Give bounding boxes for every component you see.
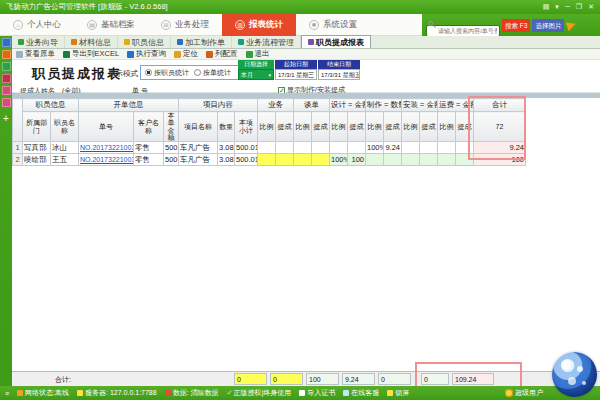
exit-button[interactable]: 退出	[246, 49, 270, 59]
skin-icon[interactable]: ▤	[543, 0, 550, 14]
status-label: 网络状态:离线	[25, 388, 69, 398]
cell-commission[interactable]	[276, 142, 294, 154]
nav-item-personal[interactable]: ⌂ 个人中心	[0, 14, 74, 36]
col-commission[interactable]: 提成	[276, 112, 294, 142]
end-date-dropdown[interactable]: 17/3/31 星期五▾	[318, 69, 360, 80]
tab-workflow[interactable]: 业务流程管理	[232, 36, 301, 48]
select-image-button[interactable]: 选择图片	[532, 19, 564, 32]
cell-commission[interactable]	[348, 142, 366, 154]
import-cert[interactable]: 导入证书	[299, 388, 335, 398]
cell-commission[interactable]	[384, 154, 402, 166]
tab-employee-info[interactable]: 职员信息	[118, 36, 171, 48]
cell-ratio[interactable]	[294, 154, 312, 166]
nav-item-settings[interactable]: ✱ 系统设置	[296, 14, 370, 36]
online-support[interactable]: 在线客服	[343, 388, 379, 398]
gear-icon: ✱	[309, 20, 319, 30]
col-order[interactable]: 单号	[79, 112, 134, 142]
cell-commission[interactable]: 9.24	[384, 142, 402, 154]
tab-production-order[interactable]: 加工制作单	[171, 36, 232, 48]
col-amount[interactable]: 本单金额	[164, 112, 179, 142]
order-number-link[interactable]: NO.201732210032	[80, 156, 134, 163]
col-ratio[interactable]: 比例	[438, 112, 456, 142]
search-button[interactable]: 搜索 F3	[502, 19, 530, 32]
quick-tab-5-icon[interactable]	[2, 86, 11, 95]
cell-ratio[interactable]: 100%	[366, 142, 384, 154]
cell-commission[interactable]	[276, 154, 294, 166]
quick-tab-3-icon[interactable]	[2, 62, 11, 71]
col-ratio[interactable]: 比例	[330, 112, 348, 142]
quick-tab-2-icon[interactable]	[2, 50, 11, 59]
data-clear[interactable]: 数据: 清除数据	[165, 388, 219, 398]
cell-total: 100	[474, 154, 526, 166]
tab-business-wizard[interactable]: 业务向导	[12, 36, 65, 48]
cell-ratio[interactable]	[438, 142, 456, 154]
cell-ratio[interactable]	[402, 154, 420, 166]
col-ratio[interactable]: 比例	[366, 112, 384, 142]
server-status: 服务器: 127.0.0.1:7788	[77, 388, 157, 398]
tab-commission-report[interactable]: 职员提成报表	[301, 35, 371, 48]
cell-ratio[interactable]: 100%	[330, 154, 348, 166]
col-ratio[interactable]: 比例	[258, 112, 276, 142]
quick-tab-4-icon[interactable]	[2, 74, 11, 83]
cell-commission[interactable]	[456, 142, 474, 154]
col-customer[interactable]: 客户名称	[134, 112, 164, 142]
cell-ratio[interactable]	[258, 142, 276, 154]
summary-freight: 0	[421, 373, 449, 385]
workflow-icon	[238, 39, 244, 45]
close-button[interactable]: ✕	[588, 0, 594, 14]
add-quick-tab-button[interactable]: +	[3, 114, 9, 124]
column-config-button[interactable]: 列配置	[206, 49, 238, 59]
lock-screen[interactable]: 锁屏	[387, 388, 409, 398]
cell-ratio[interactable]	[294, 142, 312, 154]
col-commission[interactable]: 提成	[348, 112, 366, 142]
cell-commission[interactable]	[312, 142, 330, 154]
minimize-button[interactable]: ─	[565, 0, 570, 14]
locate-button[interactable]: 定位	[174, 49, 198, 59]
nav-item-business[interactable]: ⊞ 业务处理	[148, 14, 222, 36]
quick-tab-1-icon[interactable]	[2, 38, 11, 47]
cell-commission[interactable]	[420, 154, 438, 166]
col-commission[interactable]: 提成	[312, 112, 330, 142]
col-ratio[interactable]: 比例	[294, 112, 312, 142]
col-ratio[interactable]: 比例	[402, 112, 420, 142]
order-number-link[interactable]: NO.201732210032	[80, 144, 134, 151]
table-row[interactable]: 1 写真部 冰山 NO.201732210032 零售 500.01 车凡广告 …	[13, 142, 526, 154]
mascot-icon	[566, 19, 577, 30]
start-date-dropdown[interactable]: 17/3/1 星期三▾	[275, 69, 317, 80]
start-date-value: 17/3/1 星期三	[278, 72, 314, 78]
chevron-down-icon[interactable]: ▾	[555, 0, 559, 14]
nav-item-reports[interactable]: ▥ 报表统计	[222, 14, 296, 36]
status-menu-icon[interactable]: ≡	[5, 390, 9, 397]
group-business: 业务	[258, 99, 294, 112]
cell-ratio[interactable]	[402, 142, 420, 154]
cell-commission[interactable]	[312, 154, 330, 166]
col-commission[interactable]: 提成	[420, 112, 438, 142]
export-excel-button[interactable]: 导出到EXCEL	[63, 49, 119, 59]
run-query-button[interactable]: 执行查询	[127, 49, 166, 59]
col-subtotal[interactable]: 本项小计	[235, 112, 258, 142]
quick-tab-6-icon[interactable]	[2, 98, 11, 107]
toolbar-label: 定位	[183, 49, 198, 59]
col-project[interactable]: 项目名称	[179, 112, 218, 142]
date-range-dropdown[interactable]: 本月▾	[238, 69, 274, 80]
table-row[interactable]: 2 喷绘部 王五 NO.201732210032 零售 500.01 车凡广告 …	[13, 154, 526, 166]
view-original-button[interactable]: 查看原单	[16, 49, 55, 59]
cell-ratio[interactable]	[258, 154, 276, 166]
maximize-button[interactable]: ❐	[576, 0, 582, 14]
col-name[interactable]: 职员名称	[51, 112, 79, 142]
col-qty[interactable]: 数量	[218, 112, 235, 142]
exit-icon	[246, 51, 253, 58]
cell-ratio[interactable]	[330, 142, 348, 154]
nav-item-archives[interactable]: ▤ 基础档案	[74, 14, 148, 36]
col-dept[interactable]: 所属部门	[23, 112, 51, 142]
col-commission[interactable]: 提成	[384, 112, 402, 142]
radio-by-employee[interactable]: 按职员统计	[145, 68, 189, 78]
cell-commission[interactable]	[420, 142, 438, 154]
cell-ratio[interactable]	[366, 154, 384, 166]
cell-commission[interactable]	[456, 154, 474, 166]
col-commission[interactable]: 提成	[456, 112, 474, 142]
tab-material-info[interactable]: 材料信息	[65, 36, 118, 48]
cell-ratio[interactable]	[438, 154, 456, 166]
radio-by-order[interactable]: 按单统计	[194, 68, 231, 78]
cell-commission[interactable]: 100	[348, 154, 366, 166]
